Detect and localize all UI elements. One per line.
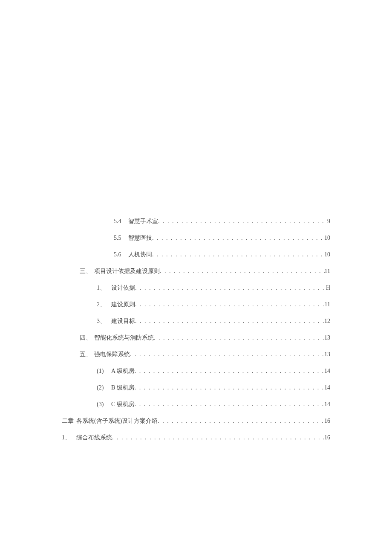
toc-entry-title: B 级机房 bbox=[111, 384, 135, 392]
toc-entry-title: 建设目标 bbox=[111, 317, 135, 325]
toc-entry: 5.5智慧医技10 bbox=[62, 234, 330, 242]
toc-dot-leader bbox=[158, 218, 327, 225]
toc-entry: 1、综合布线系统16 bbox=[62, 434, 330, 442]
toc-entry-title: 设计依据 bbox=[111, 284, 135, 292]
toc-entry-page: 16 bbox=[324, 434, 330, 441]
toc-entry: 5.4智慧手术室9 bbox=[62, 218, 330, 225]
table-of-contents: 5.4智慧手术室95.5智慧医技105.6人机协同10三、项目设计依据及建设原则… bbox=[62, 218, 330, 442]
toc-dot-leader bbox=[135, 401, 324, 408]
toc-entry-title: 智能化系统与消防系统 bbox=[94, 334, 154, 342]
toc-entry-page: 14 bbox=[324, 401, 330, 408]
toc-entry-title: 人机协同 bbox=[128, 251, 152, 259]
toc-entry-title: 项目设计依据及建设原则 bbox=[94, 267, 160, 275]
toc-entry-title: 智慧医技 bbox=[128, 234, 152, 242]
toc-dot-leader bbox=[130, 351, 324, 358]
toc-entry-title: C 级机房 bbox=[111, 401, 135, 408]
toc-entry-label: 1、 bbox=[97, 284, 111, 292]
toc-dot-leader bbox=[152, 235, 324, 241]
toc-entry-page: H bbox=[326, 285, 330, 291]
toc-entry-title: 建设原则 bbox=[111, 301, 135, 308]
toc-dot-leader bbox=[135, 318, 324, 325]
toc-dot-leader bbox=[135, 368, 324, 375]
toc-entry-page: 16 bbox=[324, 418, 330, 424]
toc-dot-leader bbox=[135, 285, 326, 291]
toc-entry-page: 13 bbox=[324, 334, 330, 341]
toc-entry-label: 5.4 bbox=[114, 218, 128, 225]
toc-entry: 三、项目设计依据及建设原则11 bbox=[62, 267, 330, 275]
toc-entry-page: 11 bbox=[325, 268, 330, 275]
toc-entry: (2)B 级机房14 bbox=[62, 384, 330, 392]
toc-dot-leader bbox=[154, 334, 324, 341]
toc-entry-title: 智慧手术室 bbox=[128, 218, 158, 225]
toc-entry-label: 1、 bbox=[62, 434, 76, 442]
toc-dot-leader bbox=[135, 301, 325, 308]
toc-entry-title: 综合布线系统 bbox=[76, 434, 112, 442]
toc-entry-label: 二章 bbox=[62, 417, 76, 425]
toc-entry-label: 2、 bbox=[97, 301, 111, 308]
toc-entry-label: 三、 bbox=[80, 267, 94, 275]
toc-dot-leader bbox=[158, 418, 324, 424]
toc-entry-label: 5.6 bbox=[114, 251, 128, 258]
toc-entry: 3、建设目标12 bbox=[62, 317, 330, 325]
toc-entry: (1)A 级机房14 bbox=[62, 367, 330, 375]
toc-entry: 二章各系统(含子系统)设计方案介绍16 bbox=[62, 417, 330, 425]
toc-entry-page: 10 bbox=[324, 251, 330, 258]
toc-dot-leader bbox=[112, 434, 324, 441]
toc-entry-label: 四、 bbox=[80, 334, 94, 342]
toc-entry-label: 5.5 bbox=[114, 235, 128, 241]
toc-entry-title: 各系统(含子系统)设计方案介绍 bbox=[76, 417, 158, 425]
toc-entry-page: 10 bbox=[324, 235, 330, 241]
toc-entry-label: (2) bbox=[97, 384, 111, 391]
toc-entry-title: A 级机房 bbox=[111, 367, 135, 375]
toc-entry: 2、建设原则11 bbox=[62, 301, 330, 308]
toc-entry: 五、强电保障系统13 bbox=[62, 351, 330, 358]
toc-entry-label: (3) bbox=[97, 401, 111, 408]
toc-entry-label: 3、 bbox=[97, 317, 111, 325]
toc-dot-leader bbox=[135, 384, 324, 391]
toc-entry-title: 强电保障系统 bbox=[94, 351, 130, 358]
toc-entry-page: 14 bbox=[324, 368, 330, 375]
toc-entry: 四、智能化系统与消防系统13 bbox=[62, 334, 330, 342]
toc-entry-page: 9 bbox=[327, 218, 330, 225]
toc-entry: 5.6人机协同10 bbox=[62, 251, 330, 259]
toc-entry-label: (1) bbox=[97, 368, 111, 375]
toc-entry-page: 13 bbox=[324, 351, 330, 358]
toc-entry-page: 11 bbox=[325, 301, 330, 308]
toc-entry-page: 14 bbox=[324, 384, 330, 391]
toc-entry: 1、设计依据H bbox=[62, 284, 330, 292]
toc-entry-page: 12 bbox=[324, 318, 330, 325]
toc-entry-label: 五、 bbox=[80, 351, 94, 358]
toc-dot-leader bbox=[160, 268, 325, 275]
document-page: 5.4智慧手术室95.5智慧医技105.6人机协同10三、项目设计依据及建设原则… bbox=[0, 0, 392, 555]
toc-entry: (3)C 级机房14 bbox=[62, 401, 330, 408]
toc-dot-leader bbox=[152, 251, 324, 258]
